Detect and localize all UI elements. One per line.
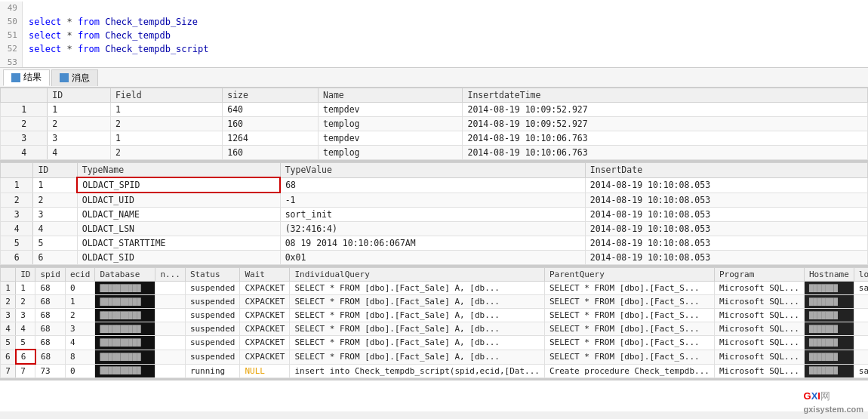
table-cell[interactable]: suspended xyxy=(185,322,240,336)
table-cell[interactable]: 3 xyxy=(16,309,35,322)
table-cell[interactable]: ██████████ xyxy=(95,322,155,336)
table-cell[interactable]: 68 xyxy=(35,309,66,322)
table-cell[interactable]: 1 xyxy=(48,103,111,117)
table-cell[interactable]: CXPACKET xyxy=(240,282,290,295)
table-cell[interactable]: 2014-08-19 10:10:08.053 xyxy=(585,208,867,222)
table-cell[interactable]: OLDACT_LSN xyxy=(77,222,280,236)
table-cell[interactable]: 2014-08-19 10:10:08.053 xyxy=(585,236,867,251)
table-cell[interactable]: Microsoft SQL... xyxy=(714,295,804,309)
table-cell[interactable] xyxy=(155,282,186,295)
table-cell[interactable] xyxy=(854,336,868,350)
table-cell[interactable]: insert into Check_tempdb_script(spid,eci… xyxy=(290,364,545,378)
table-cell[interactable]: OLDACT_UID xyxy=(77,193,280,208)
table-cell[interactable]: (32:416:4) xyxy=(280,222,585,236)
table-cell[interactable] xyxy=(155,364,186,378)
table-cell[interactable]: SELECT * FROM [dbo].[Fact_S... xyxy=(544,350,714,364)
table-cell[interactable] xyxy=(854,322,868,336)
table-cell[interactable]: SELECT * FROM [dbo].[Fact_Sale] A, [db..… xyxy=(290,295,545,309)
table-cell[interactable]: ███████ xyxy=(804,364,854,378)
table-cell[interactable]: suspended xyxy=(185,350,240,364)
tab-结果[interactable]: 结果 xyxy=(3,69,50,86)
table-cell[interactable]: 68 xyxy=(35,282,66,295)
table-cell[interactable]: suspended xyxy=(185,282,240,295)
table-cell[interactable]: 2 xyxy=(16,295,35,309)
table-cell[interactable]: SELECT * FROM [dbo].[Fact_S... xyxy=(544,336,714,350)
table-row[interactable]: 11680██████████suspendedCXPACKETSELECT *… xyxy=(1,282,869,295)
table-cell[interactable]: OLDACT_STARTTIME xyxy=(77,236,280,251)
table-cell[interactable]: templog xyxy=(319,146,463,160)
table-cell[interactable]: 640 xyxy=(223,103,319,117)
table-cell[interactable] xyxy=(854,309,868,322)
table-cell[interactable]: 1 xyxy=(33,177,77,193)
tab-消息[interactable]: 消息 xyxy=(51,69,98,86)
table-cell[interactable]: 160 xyxy=(223,146,319,160)
table-cell[interactable]: 6 xyxy=(33,251,77,265)
table-cell[interactable]: 3 xyxy=(33,208,77,222)
table-cell[interactable]: ██████████ xyxy=(95,282,155,295)
table-cell[interactable]: 2014-08-19 10:10:06.763 xyxy=(463,131,868,146)
table-cell[interactable]: 1 xyxy=(16,282,35,295)
results-area[interactable]: IDFieldsizeNameInsertdateTime111640tempd… xyxy=(0,88,868,411)
table-cell[interactable]: Microsoft SQL... xyxy=(714,282,804,295)
table-cell[interactable]: suspended xyxy=(185,309,240,322)
table-cell[interactable]: 73 xyxy=(35,364,66,378)
table-cell[interactable]: OLDACT_SID xyxy=(77,251,280,265)
table-cell[interactable]: 68 xyxy=(35,322,66,336)
table-cell[interactable]: 2014-08-19 10:10:08.053 xyxy=(585,193,867,208)
table-cell[interactable]: -1 xyxy=(280,193,585,208)
table-cell[interactable]: CXPACKET xyxy=(240,350,290,364)
table-row[interactable]: 3311264tempdev2014-08-19 10:10:06.763 xyxy=(1,131,868,146)
table-cell[interactable]: 4 xyxy=(48,146,111,160)
table-cell[interactable]: SELECT * FROM [dbo].[Fact_Sale] A, [db..… xyxy=(290,282,545,295)
table-row[interactable]: 66OLDACT_SID0x012014-08-19 10:10:08.053 xyxy=(1,251,868,265)
table-cell[interactable]: Microsoft SQL... xyxy=(714,309,804,322)
table-cell[interactable] xyxy=(155,295,186,309)
table-cell[interactable]: Microsoft SQL... xyxy=(714,364,804,378)
table-row[interactable]: 33OLDACT_NAMEsort_init2014-08-19 10:10:0… xyxy=(1,208,868,222)
table-cell[interactable]: 1 xyxy=(65,295,95,309)
table-cell[interactable]: SELECT * FROM [dbo].[Fact_S... xyxy=(544,309,714,322)
table-cell[interactable]: sa xyxy=(854,364,868,378)
table-cell[interactable]: tempdev xyxy=(319,103,463,117)
table-cell[interactable]: ██████████ xyxy=(95,309,155,322)
table-cell[interactable]: Microsoft SQL... xyxy=(714,322,804,336)
table-cell[interactable]: 2014-08-19 10:10:08.053 xyxy=(585,251,867,265)
table-row[interactable]: 442160templog2014-08-19 10:10:06.763 xyxy=(1,146,868,160)
table-cell[interactable]: suspended xyxy=(185,336,240,350)
table-cell[interactable] xyxy=(155,350,186,364)
table-cell[interactable] xyxy=(155,322,186,336)
table-cell[interactable]: ███████ xyxy=(804,336,854,350)
table-cell[interactable]: ██████████ xyxy=(95,364,155,378)
table-cell[interactable]: Microsoft SQL... xyxy=(714,350,804,364)
table-cell[interactable]: 2 xyxy=(110,117,222,131)
table-cell[interactable]: ███████ xyxy=(804,350,854,364)
table-row[interactable]: 77730██████████runningNULLinsert into Ch… xyxy=(1,364,869,378)
table-cell[interactable]: ███████ xyxy=(804,309,854,322)
table-cell[interactable]: 2 xyxy=(110,146,222,160)
table-row[interactable]: 44OLDACT_LSN(32:416:4)2014-08-19 10:10:0… xyxy=(1,222,868,236)
table-cell[interactable]: sort_init xyxy=(280,208,585,222)
table-cell[interactable]: 0 xyxy=(65,364,95,378)
table-cell[interactable]: sa xyxy=(854,282,868,295)
table-cell[interactable]: 4 xyxy=(16,322,35,336)
table-cell[interactable]: 8 xyxy=(65,350,95,364)
table-cell[interactable]: NULL xyxy=(240,364,290,378)
table-cell[interactable]: 68 xyxy=(280,177,585,193)
table-row[interactable]: 11OLDACT_SPID682014-08-19 10:10:08.053 xyxy=(1,177,868,193)
table-cell[interactable]: SELECT * FROM [dbo].[Fact_Sale] A, [db..… xyxy=(290,309,545,322)
table-cell[interactable]: SELECT * FROM [dbo].[Fact_S... xyxy=(544,295,714,309)
table-cell[interactable]: 160 xyxy=(223,117,319,131)
table-cell[interactable]: 2014-08-19 10:09:52.927 xyxy=(463,117,868,131)
table-cell[interactable]: ███████ xyxy=(804,295,854,309)
table-cell[interactable]: Create procedure Check_tempdb... xyxy=(544,364,714,378)
table-cell[interactable]: SELECT * FROM [dbo].[Fact_Sale] A, [db..… xyxy=(290,322,545,336)
table-cell[interactable]: ██████████ xyxy=(95,295,155,309)
table-cell[interactable]: OLDACT_NAME xyxy=(77,208,280,222)
table-cell[interactable]: ██████████ xyxy=(95,336,155,350)
table-cell[interactable]: running xyxy=(185,364,240,378)
table-cell[interactable]: 2 xyxy=(48,117,111,131)
table-cell[interactable]: CXPACKET xyxy=(240,309,290,322)
table-cell[interactable]: ███████ xyxy=(804,322,854,336)
table-row[interactable]: 33682██████████suspendedCXPACKETSELECT *… xyxy=(1,309,869,322)
table-cell[interactable]: 3 xyxy=(48,131,111,146)
